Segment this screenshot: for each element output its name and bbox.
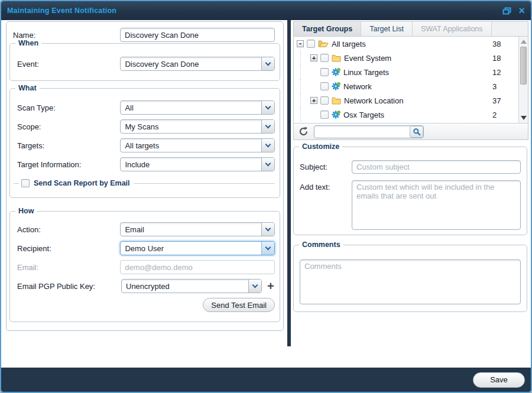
- tree-item-network-location[interactable]: + Network Location 37: [294, 93, 528, 108]
- folder-open-icon: [318, 40, 329, 48]
- subject-label: Subject:: [300, 160, 352, 174]
- chevron-down-icon: [261, 158, 274, 171]
- footer-bar: Save: [1, 368, 531, 392]
- action-select[interactable]: Email: [120, 222, 275, 236]
- recipient-select[interactable]: Demo User: [120, 241, 275, 255]
- scan-type-label: Scan Type:: [17, 103, 120, 112]
- add-text-textarea[interactable]: [352, 180, 521, 230]
- email-label: Email:: [17, 263, 120, 272]
- email-input: [120, 260, 275, 274]
- scan-type-select[interactable]: All: [120, 100, 275, 115]
- scroll-down-icon[interactable]: [521, 116, 527, 120]
- target-information-select[interactable]: Include: [120, 157, 275, 171]
- scroll-up-icon[interactable]: [521, 40, 527, 44]
- tree-toolbar: [294, 123, 528, 139]
- tree-checkbox[interactable]: [320, 68, 329, 76]
- tree-checkbox[interactable]: [320, 111, 329, 119]
- pgp-key-label: Email PGP Public Key:: [17, 282, 121, 291]
- tab-swat-applications: SWAT Applications: [413, 22, 492, 36]
- tree-item-linux-targets[interactable]: Linux Targets 12: [294, 65, 528, 79]
- panel-splitter[interactable]: [287, 20, 291, 346]
- event-label: Event:: [17, 60, 120, 69]
- dialog-body: Name: When Event: Discovery Scan Done Wh…: [1, 20, 531, 368]
- tree-item-event-system[interactable]: + Event System 18: [294, 51, 528, 65]
- comments-textarea[interactable]: [300, 259, 521, 304]
- send-test-email-button[interactable]: Send Test Email: [203, 298, 275, 312]
- recipient-label: Recipient:: [17, 244, 120, 253]
- comments-fieldset: Comments: [293, 245, 527, 312]
- scope-label: Scope:: [17, 122, 120, 131]
- collapse-icon[interactable]: -: [297, 40, 304, 47]
- subject-input[interactable]: [352, 160, 521, 174]
- folder-icon: [332, 97, 341, 105]
- tree-item-all-targets[interactable]: - All targets 38: [294, 37, 528, 51]
- what-legend: What: [15, 84, 40, 92]
- expand-icon[interactable]: +: [310, 54, 317, 61]
- customize-legend: Customize: [299, 142, 342, 151]
- event-select[interactable]: Discovery Scan Done: [120, 57, 275, 71]
- name-input[interactable]: [120, 28, 275, 42]
- save-button[interactable]: Save: [473, 372, 525, 388]
- gear-icon: [332, 111, 340, 119]
- target-groups-tree: - All targets 38 +: [294, 37, 528, 123]
- chevron-down-icon: [261, 242, 274, 255]
- targets-select[interactable]: All targets: [120, 138, 275, 152]
- tab-target-groups[interactable]: Target Groups: [294, 22, 361, 36]
- search-icon[interactable]: [410, 126, 423, 138]
- search-input[interactable]: [314, 125, 424, 138]
- tree-checkbox[interactable]: [307, 40, 315, 48]
- send-report-row: Send Scan Report by Email: [14, 177, 275, 189]
- chevron-down-icon: [261, 223, 274, 236]
- left-form-panel: Name: When Event: Discovery Scan Done Wh…: [6, 21, 284, 331]
- gear-icon: [332, 68, 340, 77]
- target-tab-panel: Target Groups Target List SWAT Applicati…: [293, 21, 528, 140]
- tree-scrollbar[interactable]: [518, 37, 528, 123]
- right-panel: Target Groups Target List SWAT Applicati…: [293, 21, 528, 368]
- add-text-label: Add text:: [300, 180, 352, 230]
- title-bar: Maintaining Event Notification ×: [1, 1, 531, 20]
- dialog-title: Maintaining Event Notification: [7, 7, 495, 15]
- gear-icon: [332, 82, 340, 91]
- chevron-down-icon: [261, 139, 274, 152]
- targets-label: Targets:: [17, 141, 120, 150]
- send-report-checkbox[interactable]: [21, 179, 30, 187]
- chevron-down-icon: [261, 101, 274, 114]
- tree-checkbox[interactable]: [320, 82, 329, 90]
- restore-icon[interactable]: [502, 7, 511, 15]
- tree-item-osx-targets[interactable]: Osx Targets 2: [294, 108, 528, 122]
- customize-fieldset: Customize Subject: Add text:: [293, 147, 527, 235]
- tree-checkbox[interactable]: [320, 54, 329, 62]
- comments-legend: Comments: [299, 241, 343, 249]
- add-pgp-key-button[interactable]: +: [267, 281, 274, 291]
- chevron-down-icon: [248, 280, 261, 293]
- tab-target-list[interactable]: Target List: [361, 22, 413, 36]
- pgp-key-select[interactable]: Unencrypted: [121, 279, 262, 293]
- chevron-down-icon: [261, 57, 274, 70]
- send-report-label: Send Scan Report by Email: [34, 179, 134, 187]
- scope-select[interactable]: My Scans: [120, 119, 275, 134]
- tree-checkbox[interactable]: [320, 96, 329, 105]
- target-tabs: Target Groups Target List SWAT Applicati…: [294, 22, 528, 37]
- when-fieldset: When Event: Discovery Scan Done: [9, 43, 280, 81]
- scrollbar-thumb[interactable]: [520, 47, 527, 85]
- what-fieldset: What Scan Type: All Scope: My Scans: [9, 88, 280, 198]
- action-label: Action:: [17, 225, 120, 234]
- refresh-icon[interactable]: [297, 126, 309, 138]
- how-legend: How: [15, 207, 37, 215]
- folder-icon: [332, 54, 341, 62]
- name-label: Name:: [13, 31, 120, 40]
- close-icon[interactable]: ×: [518, 7, 525, 15]
- chevron-down-icon: [261, 120, 274, 133]
- when-legend: When: [15, 39, 41, 47]
- how-fieldset: How Action: Email Recipient: Demo User: [9, 211, 280, 322]
- tree-search: [314, 125, 424, 138]
- dialog-window: Maintaining Event Notification × Name: W…: [0, 0, 532, 393]
- expand-icon[interactable]: +: [310, 97, 317, 104]
- tree-item-network[interactable]: Network 3: [294, 79, 528, 93]
- target-information-label: Target Information:: [17, 160, 120, 169]
